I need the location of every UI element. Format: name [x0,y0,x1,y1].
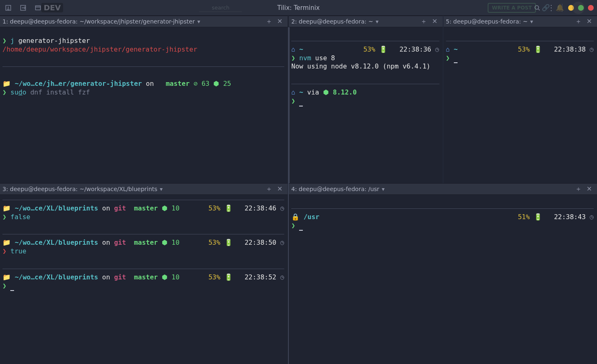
ghost-dev-logo: DEV [41,3,63,12]
p1-stash: 25 [223,80,231,87]
fullscreen-icon[interactable] [33,3,43,13]
pane-2-close-button[interactable]: ✕ [429,18,440,25]
battery-icon: 🔋 [534,45,542,53]
background-browser-ghost: DEV search WRITE A POST 🔗 🔔 [0,0,597,15]
pane-5-terminal[interactable]: ⌂ ~53% 🔋 22:38:38 ◷❯ [444,27,597,66]
pane-3-terminal[interactable]: 📁 ~/wo…ce/XL/blueprints on git master ⬢ … [0,195,288,294]
battery-icon: 🔋 [224,204,233,212]
folder-icon: 📁 [2,204,11,212]
clock-icon: ◷ [280,273,284,281]
p3-cursor [10,282,14,291]
pane-3-add-button[interactable]: ＋ [263,186,275,192]
add-terminal-right-icon[interactable] [18,3,28,13]
pane-1: 1: deepu@deepus-fedora: ~/workspace/jhip… [0,16,288,183]
p4-time: 22:38:43 [554,213,586,221]
stash-icon: ⬢ [162,273,168,281]
pane-2-add-button[interactable]: ＋ [418,18,429,25]
p1-divider [2,66,284,67]
clock-icon: ◷ [280,239,284,246]
p3-dir: ~/wo…ce/XL/blueprints [15,273,98,281]
pane-4-dropdown-icon[interactable]: ▾ [382,186,385,192]
folder-icon: 📁 [2,239,11,246]
p1-sudo-o: o [22,88,26,96]
p5-batt: 53% [518,45,530,53]
pane-4-close-button[interactable]: ✕ [584,186,595,192]
pane-2-dropdown-icon[interactable]: ▾ [375,18,378,25]
p3-on: on [102,204,110,212]
p3-dir: ~/wo…ce/XL/blueprints [15,204,98,212]
titlebar: DEV search WRITE A POST 🔗 🔔 Tilix: Termi… [0,0,597,16]
pane-5-dropdown-icon[interactable]: ▾ [530,18,533,25]
clock-icon: ◷ [435,45,439,53]
p3-branch: master [134,273,158,281]
p1-cmd2: dnf install fzf [30,88,90,96]
window-maximize-button[interactable] [578,5,584,11]
pane-4-add-button[interactable]: ＋ [573,186,584,192]
p3-on: on [102,239,110,246]
p1-sudo-u: d [19,88,23,96]
p2-cmd-args: use 8 [315,54,335,62]
pane-3-dropdown-icon[interactable]: ▾ [160,186,163,192]
pane-1-title[interactable]: 1: deepu@deepus-fedora: ~/workspace/jhip… [2,18,195,25]
pane-1-dropdown-icon[interactable]: ▾ [197,18,200,25]
p2-time: 22:38:36 [399,45,431,53]
p3-time: 22:38:50 [245,239,276,246]
pane-5-add-button[interactable]: ＋ [573,18,584,25]
menu-icon[interactable]: ⋮ [546,3,556,13]
p3-stash: 10 [172,273,179,281]
p4-batt: 51% [518,213,530,221]
p3-stash: 10 [172,239,179,246]
p2-cursor [299,97,303,106]
terminal-grid: 1: deepu@deepus-fedora: ~/workspace/jhip… [0,16,597,364]
p3-divider [2,234,284,234]
search-icon[interactable] [532,3,542,13]
p3-divider [2,269,284,269]
pane-5: 5: deepu@deepus-fedora: ~ ▾ ＋ ✕ ⌂ ~53% 🔋… [443,16,597,183]
stash-icon: ⬢ [162,239,168,246]
pane-4-title[interactable]: 4: deepu@deepus-fedora: /usr [291,186,379,192]
p3-cmd: false [10,213,30,221]
pane-2-tabbar: 2: deepu@deepus-fedora: ~ ▾ ＋ ✕ [289,16,443,27]
pending-icon: ⊘ [193,80,198,87]
p2-tilde: ~ [299,45,303,53]
window-title: Tilix: Terminix [0,4,597,12]
p2b-tilde: ~ [299,88,303,96]
pane-3-close-button[interactable]: ✕ [275,186,285,192]
p4-cursor [299,222,303,231]
window-close-button[interactable] [588,5,594,11]
pane-2: 2: deepu@deepus-fedora: ~ ▾ ＋ ✕ ⌂ ~53% 🔋… [289,16,443,183]
p2-cmd: nvm [299,54,311,62]
pane-1-close-button[interactable]: ✕ [275,18,285,25]
pane-4-terminal[interactable]: 🔒 /usr51% 🔋 22:38:43 ◷❯ [289,195,597,234]
battery-icon: 🔋 [534,213,542,221]
pane-1-add-button[interactable]: ＋ [263,18,275,25]
pane-3-title[interactable]: 3: deepu@deepus-fedora: ~/workspace/XL/b… [2,186,157,192]
p5-divider [446,41,594,41]
lock-icon: 🔒 [291,213,300,221]
pane-2-terminal[interactable]: ⌂ ~53% 🔋 22:38:36 ◷❯ nvm use 8 Now using… [289,27,443,110]
p2-output: Now using node v8.12.0 (npm v6.4.1) [291,62,430,70]
p1-cmd1-arg: generator-jhipster [19,37,90,45]
home-icon: ⌂ [291,45,295,53]
p3-dir: ~/wo…ce/XL/blueprints [15,239,98,246]
p5-cursor [454,54,458,64]
pane-1-terminal[interactable]: ❯ j generator-jhipster /home/deepu/works… [0,27,288,100]
home-icon: ⌂ [291,88,295,96]
add-terminal-down-icon[interactable] [3,3,13,13]
window-minimize-button[interactable] [568,5,574,11]
p3-on: on [102,273,110,281]
folder-icon: 📁 [2,273,11,281]
p4-dir: /usr [304,213,320,221]
git-text-icon: git [114,239,126,246]
pane-5-close-button[interactable]: ✕ [584,18,595,25]
p1-on: on [146,80,154,87]
pane-5-title[interactable]: 5: deepu@deepus-fedora: ~ [446,18,528,25]
p3-branch: master [134,204,158,212]
pane-4-tabbar: 4: deepu@deepus-fedora: /usr ▾ ＋ ✕ [289,183,597,195]
folder-icon: 📁 [2,80,11,87]
battery-icon: 🔋 [224,239,233,246]
pane-2-title[interactable]: 2: deepu@deepus-fedora: ~ [291,18,373,25]
pane-top-right: 2: deepu@deepus-fedora: ~ ▾ ＋ ✕ ⌂ ~53% 🔋… [289,16,597,183]
stash-icon: ⬢ [162,204,168,212]
p1-cmd1-prefix: j [10,37,14,45]
